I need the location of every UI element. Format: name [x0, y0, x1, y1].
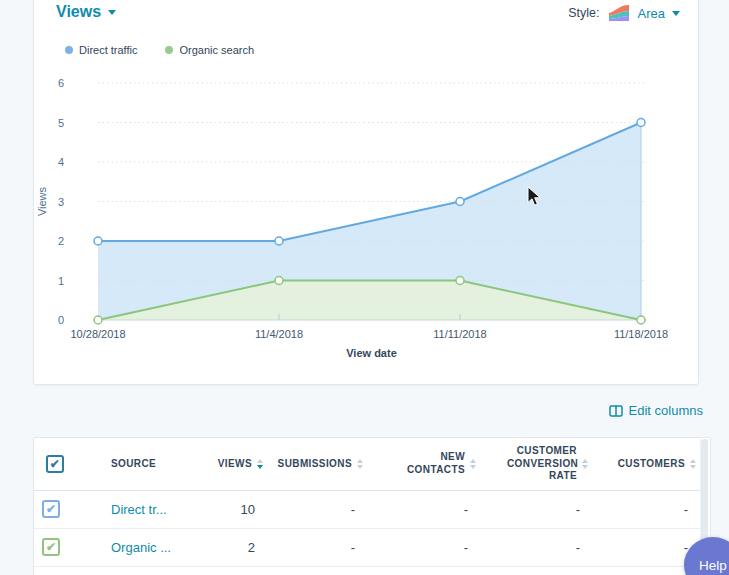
column-header-new-contacts[interactable]: NEW CONTACTS	[367, 438, 480, 490]
chart-legend: Direct traffic Organic search	[65, 44, 254, 56]
data-point	[637, 316, 645, 324]
legend-dot-green	[165, 46, 173, 54]
column-header-submissions[interactable]: SUBMISSIONS	[267, 438, 367, 490]
table-header-row: ✔ SOURCE VIEWS SUBMISSIONS	[34, 438, 700, 490]
help-label: Help	[699, 558, 727, 573]
x-tick-label: 11/11/2018	[433, 328, 486, 340]
data-point	[456, 198, 464, 206]
sort-arrows-icon[interactable]	[690, 459, 696, 469]
columns-icon	[609, 405, 623, 417]
views-value: 10	[192, 490, 267, 528]
style-value-label: Area	[638, 6, 665, 21]
row-checkbox[interactable]: ✔	[42, 538, 60, 556]
select-all-checkbox[interactable]: ✔	[46, 455, 64, 473]
column-header-customer-conversion-rate[interactable]: CUSTOMER CONVERSION RATE	[480, 438, 592, 490]
legend-label: Direct traffic	[79, 44, 137, 56]
table-row: ✔ Direct tr... 10 - - - -	[34, 490, 700, 528]
source-link[interactable]: Direct tr...	[111, 502, 167, 517]
submissions-value: -	[267, 528, 367, 566]
data-point	[94, 237, 102, 245]
submissions-value: -	[267, 490, 367, 528]
sources-table-card: ✔ SOURCE VIEWS SUBMISSIONS	[33, 437, 711, 575]
column-header-customers[interactable]: CUSTOMERS	[592, 438, 700, 490]
legend-item-direct-traffic[interactable]: Direct traffic	[65, 44, 137, 56]
legend-dot-blue	[65, 46, 73, 54]
new-contacts-value: -	[367, 528, 480, 566]
row-checkbox[interactable]: ✔	[42, 500, 60, 518]
conversion-rate-value: -	[480, 490, 592, 528]
y-tick-label: 1	[58, 275, 64, 287]
y-axis-title: Views	[36, 186, 48, 216]
sources-table: ✔ SOURCE VIEWS SUBMISSIONS	[34, 438, 700, 567]
chevron-down-icon	[108, 10, 116, 15]
y-tick-label: 3	[58, 196, 64, 208]
sort-arrows-icon[interactable]	[257, 459, 263, 469]
legend-item-organic-search[interactable]: Organic search	[165, 44, 254, 56]
x-tick-label: 10/28/2018	[70, 328, 125, 340]
sort-arrows-icon[interactable]	[582, 459, 588, 469]
data-point	[275, 237, 283, 245]
legend-label: Organic search	[179, 44, 254, 56]
x-tick-label: 11/18/2018	[614, 328, 668, 340]
column-header-source: SOURCE	[80, 438, 192, 490]
views-title-dropdown[interactable]: Views	[56, 3, 116, 21]
style-label: Style:	[568, 6, 599, 20]
style-area-dropdown[interactable]: Area	[638, 6, 680, 21]
report-screen: Views Style: Area Direct traffic Organ	[0, 0, 729, 575]
conversion-rate-value: -	[480, 528, 592, 566]
y-tick-label: 2	[58, 235, 64, 247]
edit-columns-label: Edit columns	[629, 403, 703, 418]
new-contacts-value: -	[367, 490, 480, 528]
sort-arrows-icon[interactable]	[357, 459, 363, 469]
y-tick-label: 6	[58, 77, 64, 89]
sort-arrows-icon[interactable]	[470, 459, 476, 469]
customers-value: -	[592, 490, 700, 528]
source-link[interactable]: Organic ...	[111, 540, 171, 555]
edit-columns-link[interactable]: Edit columns	[609, 403, 703, 418]
stacked-area-icon	[608, 4, 630, 22]
data-point	[456, 277, 464, 285]
chevron-down-icon	[672, 11, 680, 16]
data-point	[94, 316, 102, 324]
y-tick-label: 4	[58, 156, 64, 168]
y-tick-label: 0	[58, 314, 64, 326]
x-axis-title: View date	[346, 347, 397, 359]
views-value: 2	[192, 528, 267, 566]
chart-style-control: Style: Area	[568, 4, 680, 22]
data-point	[637, 119, 645, 127]
views-title-label: Views	[56, 3, 101, 21]
column-header-views[interactable]: VIEWS	[192, 438, 267, 490]
y-tick-label: 5	[58, 117, 64, 129]
views-area-chart: 0123456Views10/28/201811/4/201811/11/201…	[34, 61, 700, 371]
table-row: ✔ Organic ... 2 - - - -	[34, 528, 700, 566]
x-tick-label: 11/4/2018	[255, 328, 303, 340]
views-chart-card: Views Style: Area Direct traffic Organ	[33, 0, 699, 385]
data-point	[275, 277, 283, 285]
